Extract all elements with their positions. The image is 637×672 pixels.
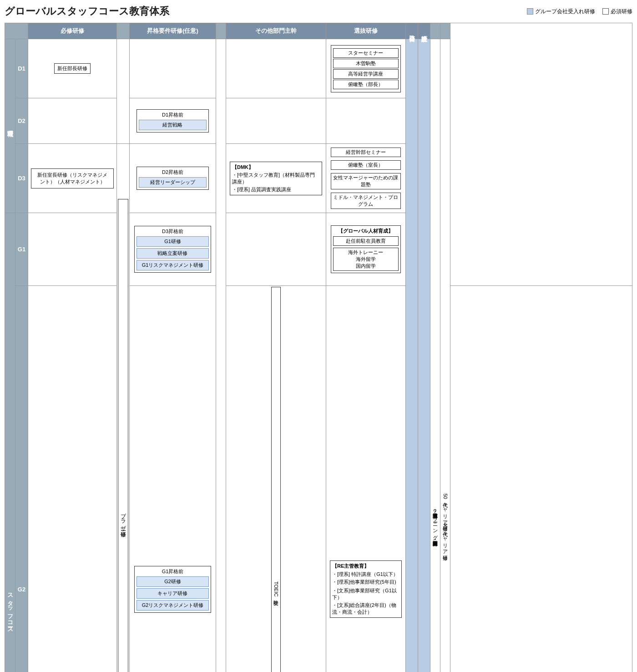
header-sonota: その他部門主幹	[226, 23, 326, 39]
G1-shokaku-item1: G1研修	[136, 236, 208, 247]
G1-senbatsu-item2: 海外トレーニー 海外留学 国内留学	[333, 248, 399, 271]
G2-shokaku-label: G1昇格前	[136, 568, 208, 575]
D1-senbatsu-item3: 高等経営学講座	[333, 69, 399, 79]
row-D2: D2 D1昇格前 経営戦略	[5, 98, 632, 144]
legend-icon-empty	[602, 8, 609, 15]
G1-hisshu-cell	[28, 213, 117, 286]
D3-shokaku-box: D2昇格前 経営リーダーシップ	[136, 167, 209, 190]
legend-required-label: 必須研修	[611, 8, 632, 15]
D1-senbatsu-item4: 俯瞰塾（部長）	[333, 80, 399, 89]
D3-shokaku-label: D2昇格前	[139, 169, 207, 176]
G2-re-item1: ・[理系] 特許講座（G1以下）	[332, 571, 399, 578]
jiko-col	[406, 39, 418, 672]
D2-shokaku-box: D1昇格前 経営戦略	[136, 109, 209, 132]
D3-sonota-item1: ・[中堅スタッフ教育]（材料製品専門講座）	[232, 172, 320, 185]
right-col-50dai: 50代キャリア研修・40代キャリア研修	[440, 39, 450, 672]
D1-hisshu-cell: 新任部長研修	[28, 39, 117, 98]
G2-re-box: 【RE主管教育】 ・[理系] 特許講座（G1以下） ・[理系]他事業部研究(5年…	[330, 560, 402, 618]
G2-re-item3: ・[文系]他事業部研究（G1以下）	[332, 587, 399, 601]
row-D1: 管理職 D1 新任部長研修 スターセミナー 木曽駒塾 高等経営学講座	[5, 39, 632, 98]
legend-group-company: グループ会社受入れ研修	[527, 8, 595, 15]
D3-shokaku-cell: D2昇格前 経営リーダーシップ	[130, 144, 216, 213]
toeic-cell-g2: TOEIC受験	[226, 286, 326, 672]
D3-senbatsu-cell: 経営幹部セミナー 俯瞰塾（室長） 女性マネージャーのための課題塾 ミドル・マネジ…	[326, 144, 406, 213]
level-G1: G1	[15, 213, 28, 286]
G1-shokaku-cell: D3昇格前 G1研修 戦略立案研修 G1リスクマネジメント研修	[130, 213, 216, 286]
G2-shokaku-box: G1昇格前 G2研修 キャリア研修 G2リスクマネジメント研修	[134, 566, 211, 613]
toeic-box: TOEIC受験	[271, 287, 281, 672]
D2-shokaku-cell: D1昇格前 経営戦略	[130, 98, 216, 144]
G2-re-item2: ・[理系]他事業部研究(5年目)	[332, 579, 399, 585]
D2-shokaku-item: 経営戦略	[139, 120, 207, 130]
D3-dmk-box: 【DMK】 ・[中堅スタッフ教育]（材料製品専門講座） ・[理系] 品質調査実践…	[230, 162, 322, 195]
row-G2: G2 G1昇格前 G2研修 キャリア研修 G2リスクマネジメント研修 TOEIC…	[5, 286, 632, 672]
group-staff: スタッフコース	[5, 213, 15, 672]
D3-sonota-item2: ・[理系] 品質調査実践講座	[232, 186, 320, 193]
shogai-col	[418, 39, 430, 672]
header-shogai: 生涯設計	[418, 23, 430, 39]
header-shokaku: 昇格要件研修(任意)	[130, 23, 216, 39]
G2-hisshu-cell	[28, 286, 117, 672]
level-D3: D3	[15, 144, 28, 213]
D3-sonota-cell: 【DMK】 ・[中堅スタッフ教育]（材料製品専門講座） ・[理系] 品質調査実践…	[226, 144, 326, 213]
G2-sonota-cell: 【RE主管教育】 ・[理系] 特許講座（G1以下） ・[理系]他事業部研究(5年…	[326, 286, 406, 672]
G2-senbatsu-cell	[450, 286, 632, 672]
level-D1: D1	[15, 39, 28, 98]
group-kanrishoku: 管理職	[5, 39, 15, 213]
D1-senbatsu-item1: スターセミナー	[333, 48, 399, 58]
brother-box: ブラザー研修	[118, 199, 128, 672]
header-row: 必修研修 昇格要件研修(任意) その他部門主幹 選抜研修 自己啓発 生涯設計	[5, 23, 632, 39]
legend-icon-filled	[527, 8, 533, 15]
G2-shokaku-item3: G2リスクマネジメント研修	[136, 600, 208, 611]
page-header: グローバルスタッフコース教育体系 グループ会社受入れ研修 必須研修	[5, 5, 632, 18]
level-D2: D2	[15, 98, 28, 144]
G1-shokaku-item3: G1リスクマネジメント研修	[136, 260, 208, 270]
D1-shokaku-cell	[130, 39, 216, 98]
G2-shokaku-cell: G1昇格前 G2研修 キャリア研修 G2リスクマネジメント研修	[130, 286, 216, 672]
G2-shokaku-item1: G2研修	[136, 576, 208, 587]
G1-senbatsu-item1: 赴任前駐在員教育	[333, 236, 399, 246]
G1-senbatsu-box: 【グローバル人材育成】 赴任前駐在員教育 海外トレーニー 海外留学 国内留学	[331, 225, 401, 273]
G1-shokaku-label: D3昇格前	[136, 228, 208, 235]
D3-dmk-label: 【DMK】	[232, 164, 320, 171]
D1-sonota-cell	[226, 39, 326, 98]
header-senbatsu: 選抜研修	[326, 23, 406, 39]
header-hisshu: 必修研修	[28, 23, 117, 39]
legend-group-company-label: グループ会社受入れ研修	[535, 8, 595, 15]
D1-senbatsu-item2: 木曽駒塾	[333, 59, 399, 68]
D3-senbatsu-item2: 俯瞰塾（室長）	[331, 160, 401, 170]
D2-hisshu-cell	[28, 98, 117, 144]
level-G2: G2	[15, 286, 28, 672]
G2-shokaku-item2: キャリア研修	[136, 588, 208, 599]
legend: グループ会社受入れ研修 必須研修	[527, 8, 632, 15]
D3-senbatsu-item1: 経営幹部セミナー	[331, 148, 401, 157]
D3-hisshu-cell: 新任室長研修（リスクマネジメント）（人材マネジメント）	[28, 144, 117, 213]
G2-re-header: 【RE主管教育】	[332, 563, 399, 570]
D3-senbatsu-item3: 女性マネージャーのための課題塾	[331, 173, 401, 189]
row-G1: スタッフコース G1 D3昇格前 G1研修 戦略立案研修 G1リスクマネジメント…	[5, 213, 632, 286]
G1-shokaku-box: D3昇格前 G1研修 戦略立案研修 G1リスクマネジメント研修	[134, 226, 211, 273]
D3-hisshu-box: 新任室長研修（リスクマネジメント）（人材マネジメント）	[31, 168, 114, 188]
G1-senbatsu-cell: 【グローバル人材育成】 赴任前駐在員教育 海外トレーニー 海外留学 国内留学	[326, 213, 406, 286]
D1-senbatsu-box: スターセミナー 木曽駒塾 高等経営学講座 俯瞰塾（部長）	[331, 45, 401, 92]
G1-global-header: 【グローバル人材育成】	[333, 228, 399, 234]
D1-senbatsu-cell: スターセミナー 木曽駒塾 高等経営学講座 俯瞰塾（部長）	[326, 39, 406, 98]
brother-cell: ブラザー研修	[117, 144, 130, 672]
G1-sonota-cell	[226, 213, 326, 286]
D3-shokaku-item: 経営リーダーシップ	[139, 177, 207, 188]
row-D3: D3 新任室長研修（リスクマネジメント）（人材マネジメント） ブラザー研修 D2…	[5, 144, 632, 213]
D2-sonota-cell	[226, 98, 326, 144]
page-title: グローバルスタッフコース教育体系	[5, 5, 169, 18]
header-jiko: 自己啓発	[406, 23, 418, 39]
D1-hisshu-box: 新任部長研修	[54, 63, 91, 74]
D3-senbatsu-item4: ミドル・マネジメント・プログラム	[331, 193, 401, 209]
main-table: 必修研修 昇格要件研修(任意) その他部門主幹 選抜研修 自己啓発 生涯設計 管…	[5, 23, 632, 672]
D2-shokaku-label: D1昇格前	[139, 112, 207, 118]
D2-senbatsu-cell	[326, 98, 406, 144]
G2-re-item4: ・[文系]総合講座(2年目)（物流・商流・会計）	[332, 602, 399, 616]
G1-shokaku-item2: 戦略立案研修	[136, 248, 208, 259]
legend-required: 必須研修	[602, 8, 632, 15]
brother-cell-top	[117, 39, 130, 144]
toeic-cell	[216, 39, 226, 672]
right-col-tsushin: 通信教育講座・e-ラーニング・公開講座・英語教育	[430, 39, 440, 672]
